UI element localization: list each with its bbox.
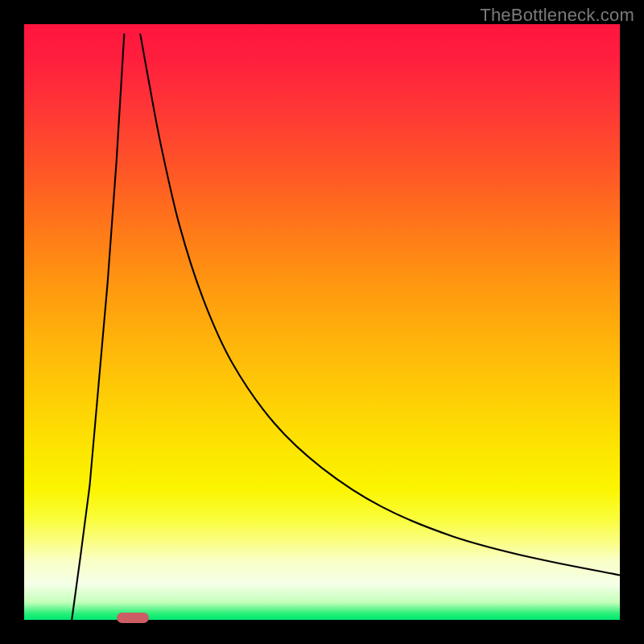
curve-layer (24, 24, 620, 620)
right-branch-curve (140, 35, 620, 576)
watermark-text: TheBottleneck.com (480, 5, 634, 26)
left-branch-curve (72, 35, 124, 620)
chart-frame: TheBottleneck.com (0, 0, 644, 644)
valley-marker (117, 613, 149, 623)
plot-area (24, 24, 620, 620)
